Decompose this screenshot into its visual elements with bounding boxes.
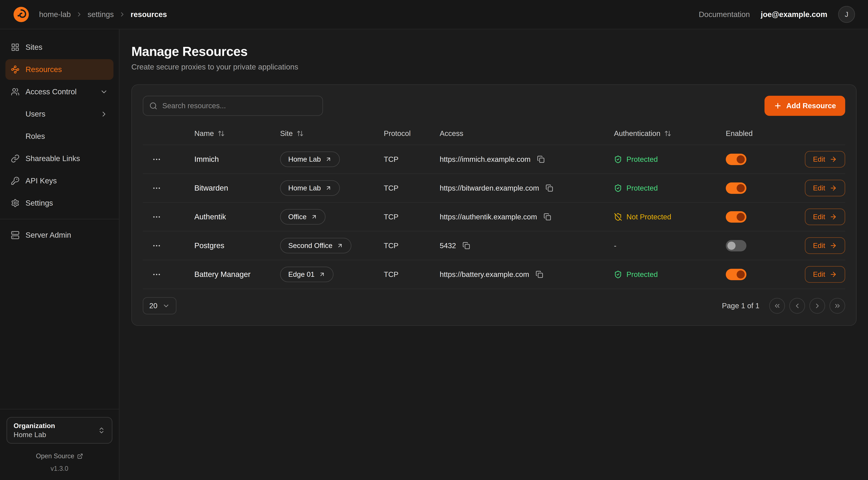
site-link[interactable]: Home Lab	[280, 151, 340, 167]
chevrons-left-icon	[773, 302, 781, 310]
sidebar-item-label: Settings	[26, 199, 53, 207]
edit-button[interactable]: Edit	[805, 151, 845, 168]
sort-icon[interactable]	[664, 130, 671, 137]
column-header-access: Access	[440, 129, 614, 138]
arrow-right-icon	[830, 271, 837, 278]
chevron-right-icon	[100, 110, 108, 118]
ellipsis-icon	[152, 241, 161, 250]
arrow-right-icon	[830, 184, 837, 192]
resource-name: Bitwarden	[194, 184, 228, 192]
resources-card: Add Resource Name Site	[131, 84, 857, 326]
enabled-toggle[interactable]	[726, 154, 746, 165]
row-menu-button[interactable]	[150, 153, 163, 166]
last-page-button[interactable]	[830, 298, 845, 314]
chevrons-right-icon	[834, 302, 841, 310]
sidebar-item-access-control[interactable]: Access Control	[5, 82, 114, 102]
site-link[interactable]: Edge 01	[280, 267, 334, 282]
next-page-button[interactable]	[809, 298, 825, 314]
row-menu-button[interactable]	[150, 239, 163, 252]
sidebar-item-roles[interactable]: Roles	[5, 126, 114, 147]
sort-icon[interactable]	[297, 130, 304, 137]
sidebar-item-resources[interactable]: Resources	[5, 59, 114, 80]
app-root: home-lab settings resources Documentatio…	[0, 0, 868, 480]
enabled-toggle[interactable]	[726, 269, 746, 280]
sidebar-nav: Sites Resources Access Control	[0, 29, 119, 409]
sidebar-footer: Organization Home Lab Open Source v1.3.0	[0, 409, 119, 480]
copy-icon	[544, 213, 551, 221]
access-value: https://bitwarden.example.com	[440, 184, 539, 192]
sidebar-item-api-keys[interactable]: API Keys	[5, 171, 114, 191]
copy-button[interactable]	[461, 241, 471, 250]
resource-name: Authentik	[194, 212, 226, 221]
user-avatar[interactable]: J	[838, 6, 855, 23]
chevron-right-icon	[75, 11, 83, 18]
resource-name: Postgres	[194, 241, 224, 250]
protocol-value: TCP	[384, 270, 398, 279]
users-icon	[11, 87, 20, 96]
enabled-toggle[interactable]	[726, 182, 746, 194]
column-header-site[interactable]: Site	[280, 129, 384, 138]
auth-label: Protected	[626, 184, 658, 192]
sidebar: Sites Resources Access Control	[0, 29, 119, 480]
search-input[interactable]	[143, 96, 323, 116]
arrow-up-right-icon	[325, 156, 332, 162]
sidebar-item-server-admin[interactable]: Server Admin	[5, 225, 114, 245]
open-source-link[interactable]: Open Source	[6, 452, 112, 460]
gear-icon	[11, 199, 20, 207]
auth-status: Protected	[614, 270, 658, 279]
access-value: https://battery.example.com	[440, 270, 529, 279]
breadcrumb-settings[interactable]: settings	[88, 10, 114, 19]
breadcrumb-resources[interactable]: resources	[131, 10, 167, 19]
copy-button[interactable]	[545, 183, 554, 193]
user-email[interactable]: joe@example.com	[761, 10, 827, 19]
site-link-label: Second Office	[288, 242, 332, 249]
organization-value: Home Lab	[13, 431, 55, 439]
link-icon	[11, 154, 20, 163]
sidebar-item-label: Shareable Links	[26, 154, 80, 163]
copy-button[interactable]	[542, 212, 552, 222]
row-menu-button[interactable]	[150, 181, 163, 195]
breadcrumb-org[interactable]: home-lab	[39, 10, 71, 19]
page-title: Manage Resources	[131, 44, 857, 59]
column-header-authentication[interactable]: Authentication	[614, 129, 726, 138]
sidebar-item-label: Sites	[26, 43, 42, 52]
arrow-right-icon	[830, 213, 837, 221]
edit-button[interactable]: Edit	[805, 180, 845, 197]
auth-status: Protected	[614, 155, 658, 163]
sidebar-item-shareable-links[interactable]: Shareable Links	[5, 148, 114, 169]
app-logo-icon[interactable]	[13, 6, 29, 23]
first-page-button[interactable]	[769, 298, 785, 314]
sidebar-item-sites[interactable]: Sites	[5, 37, 114, 58]
site-link[interactable]: Second Office	[280, 238, 351, 253]
auth-status: Protected	[614, 184, 658, 192]
table-row: Bitwarden Home Lab TCP https://bitwarden…	[143, 174, 845, 203]
site-link[interactable]: Office	[280, 209, 326, 224]
copy-button[interactable]	[536, 154, 546, 164]
organization-label: Organization	[13, 422, 55, 430]
arrow-up-right-icon	[325, 185, 332, 191]
site-link[interactable]: Home Lab	[280, 180, 340, 196]
add-resource-button[interactable]: Add Resource	[765, 96, 845, 116]
edit-button[interactable]: Edit	[805, 237, 845, 254]
plus-icon	[774, 102, 782, 110]
edit-button[interactable]: Edit	[805, 209, 845, 225]
previous-page-button[interactable]	[789, 298, 805, 314]
ellipsis-icon	[152, 212, 161, 221]
row-menu-button[interactable]	[150, 268, 163, 281]
copy-button[interactable]	[534, 270, 544, 279]
server-icon	[11, 231, 20, 239]
access-value: 5432	[440, 241, 456, 250]
column-header-name[interactable]: Name	[194, 129, 280, 138]
ellipsis-icon	[152, 183, 161, 193]
sidebar-item-users[interactable]: Users	[5, 104, 114, 124]
sidebar-item-settings[interactable]: Settings	[5, 193, 114, 213]
documentation-link[interactable]: Documentation	[699, 10, 750, 19]
edit-button[interactable]: Edit	[805, 266, 845, 283]
enabled-toggle[interactable]	[726, 211, 746, 222]
organization-switcher[interactable]: Organization Home Lab	[6, 417, 112, 444]
top-header: home-lab settings resources Documentatio…	[0, 0, 868, 29]
sort-icon[interactable]	[218, 130, 225, 137]
enabled-toggle[interactable]	[726, 240, 746, 251]
row-menu-button[interactable]	[150, 210, 163, 224]
page-size-select[interactable]: 20	[143, 297, 177, 314]
